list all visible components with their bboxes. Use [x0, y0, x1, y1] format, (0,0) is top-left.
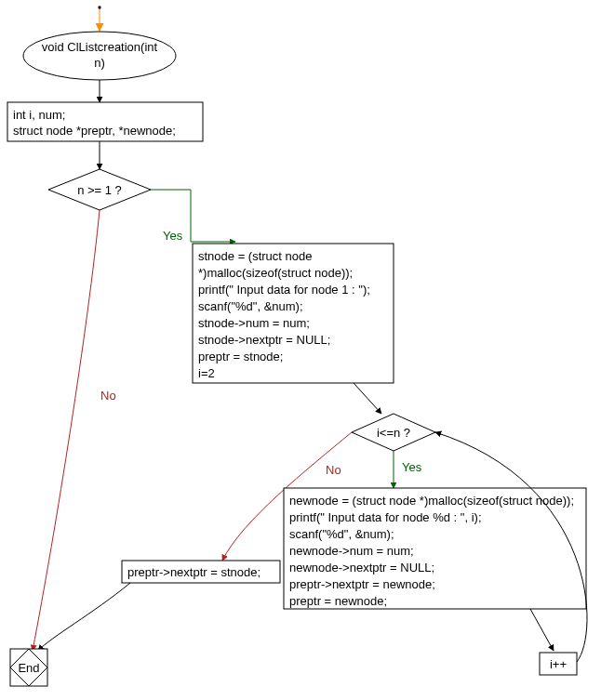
b1l5: stnode->num = num;: [198, 316, 310, 330]
edge-block1-cond2: [354, 383, 381, 414]
b2l7: preptr = newnode;: [289, 594, 387, 608]
decl-node: int i, num; struct node *preptr, *newnod…: [7, 102, 203, 141]
b1l2: *)malloc(sizeof(struct node));: [198, 266, 353, 280]
b2l2: printf(" Input data for node %d : ", i);: [289, 510, 482, 524]
edge-cond1-no: [33, 210, 100, 651]
cond1-text: n >= 1 ?: [77, 183, 122, 197]
b1l7: preptr = stnode;: [198, 350, 283, 363]
edge-block3-end: [38, 583, 130, 651]
b2l1: newnode = (struct node *)malloc(sizeof(s…: [289, 494, 574, 508]
b1l6: stnode->nextptr = NULL;: [198, 333, 330, 347]
decl-line2: struct node *preptr, *newnode;: [13, 124, 176, 138]
b1l4: scanf("%d", &num);: [198, 299, 303, 313]
cond2-text: i<=n ?: [377, 426, 410, 440]
incr-text: i++: [550, 657, 567, 671]
b1l3: printf(" Input data for node 1 : ");: [198, 283, 370, 297]
cond2-no-label: No: [326, 463, 341, 477]
block3-text: preptr->nextptr = stnode;: [127, 565, 260, 579]
cond1-no-label: No: [100, 389, 116, 403]
block1-node: stnode = (struct node *)malloc(sizeof(st…: [193, 244, 394, 383]
end-text: End: [18, 661, 39, 675]
cond1-node: n >= 1 ?: [48, 169, 151, 210]
b2l6: preptr->nextptr = newnode;: [289, 577, 435, 591]
incr-node: i++: [540, 653, 577, 675]
start-text-line2: n): [94, 56, 105, 70]
flowchart-diagram: void ClListcreation(int n) int i, num; s…: [0, 0, 601, 700]
b1l1: stnode = (struct node: [198, 249, 313, 263]
b2l5: newnode->nextptr = NULL;: [289, 561, 434, 575]
cond2-yes-label: Yes: [402, 460, 422, 474]
start-node: void ClListcreation(int n): [23, 32, 176, 80]
block2-node: newnode = (struct node *)malloc(sizeof(s…: [284, 488, 586, 609]
b2l4: newnode->num = num;: [289, 544, 414, 558]
b2l3: scanf("%d", &num);: [289, 527, 394, 541]
cond2-node: i<=n ?: [352, 414, 435, 451]
start-text-line1: void ClListcreation(int: [42, 40, 158, 54]
end-node: End: [10, 649, 47, 686]
block3-node: preptr->nextptr = stnode;: [122, 561, 280, 583]
cond1-yes-label: Yes: [163, 229, 183, 243]
decl-line1: int i, num;: [13, 108, 65, 122]
b1l8: i=2: [198, 366, 215, 380]
edge-block2-incr: [530, 609, 554, 651]
